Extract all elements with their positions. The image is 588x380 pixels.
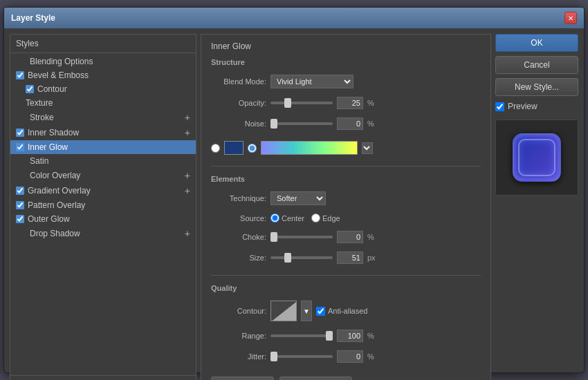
sidebar-item-pattern-overlay[interactable]: Pattern Overlay: [10, 198, 196, 212]
add-icon-color-overlay[interactable]: +: [185, 170, 190, 181]
checkbox-inner-glow[interactable]: [16, 143, 24, 151]
new-style-button[interactable]: New Style...: [495, 78, 578, 96]
checkbox-gradient-overlay[interactable]: [16, 187, 24, 195]
sidebar-item-drop-shadow[interactable]: Drop Shadow+: [10, 226, 196, 241]
solid-color-radio[interactable]: [211, 144, 220, 153]
choke-row: Choke: %: [211, 231, 481, 243]
range-label: Range:: [211, 332, 266, 340]
sidebar-item-contour[interactable]: Contour: [10, 82, 196, 96]
checkbox-contour[interactable]: [26, 85, 34, 93]
jitter-slider-container: [270, 355, 333, 358]
contour-label: Contour:: [211, 307, 266, 315]
action-buttons: Make Default Reset to Default: [211, 371, 481, 380]
middle-panel: Inner Glow Structure Blend Mode: Vivid L…: [201, 34, 491, 380]
opacity-value-input[interactable]: [337, 97, 363, 109]
sidebar-item-blending-options[interactable]: Blending Options: [10, 55, 196, 68]
sidebar-item-gradient-overlay[interactable]: Gradient Overlay+: [10, 183, 196, 198]
label-drop-shadow: Drop Shadow: [30, 229, 80, 238]
size-value-input[interactable]: [337, 251, 363, 264]
blend-mode-label: Blend Mode:: [211, 77, 266, 86]
sidebar-item-satin[interactable]: Satin: [10, 154, 196, 168]
size-slider[interactable]: [270, 256, 333, 259]
opacity-slider-container: [270, 102, 333, 104]
source-edge-label: Edge: [322, 214, 340, 222]
size-slider-container: [270, 256, 333, 259]
jitter-slider[interactable]: [270, 355, 333, 358]
technique-select[interactable]: Softer Precise: [270, 191, 326, 205]
noise-value-input[interactable]: [337, 117, 363, 130]
opacity-label: Opacity:: [211, 99, 266, 107]
range-slider[interactable]: [270, 334, 333, 337]
choke-unit: %: [367, 233, 378, 241]
jitter-value-input[interactable]: [337, 350, 363, 363]
opacity-slider[interactable]: [270, 102, 333, 104]
source-edge-option[interactable]: Edge: [311, 213, 340, 222]
contour-row: Contour: ▼ Anti-aliased: [211, 301, 481, 321]
color-swatch[interactable]: [224, 141, 244, 155]
label-inner-glow: Inner Glow: [28, 142, 68, 152]
sidebar-item-bevel-emboss[interactable]: Bevel & Emboss: [10, 68, 196, 82]
preview-checkbox[interactable]: [495, 102, 504, 111]
ok-button[interactable]: OK: [495, 34, 578, 52]
label-gradient-overlay: Gradient Overlay: [28, 186, 91, 196]
reset-default-button[interactable]: Reset to Default: [279, 377, 352, 380]
add-icon-inner-shadow[interactable]: +: [185, 127, 190, 138]
label-inner-shadow: Inner Shadow: [28, 128, 79, 137]
range-slider-container: [270, 334, 333, 337]
range-row: Range: %: [211, 330, 481, 342]
source-label: Source:: [211, 214, 266, 222]
label-outer-glow: Outer Glow: [28, 214, 70, 224]
checkbox-bevel-emboss[interactable]: [16, 71, 24, 79]
choke-value-input[interactable]: [337, 231, 363, 243]
close-button[interactable]: ✕: [564, 12, 577, 24]
sidebar-item-inner-glow[interactable]: Inner Glow: [10, 140, 196, 154]
contour-preview[interactable]: [270, 301, 297, 321]
gradient-dropdown[interactable]: ▼: [362, 142, 373, 154]
technique-label: Technique:: [211, 194, 266, 202]
add-icon-stroke[interactable]: +: [185, 112, 190, 123]
sidebar-item-stroke[interactable]: Stroke+: [10, 110, 196, 125]
noise-slider[interactable]: [270, 122, 333, 125]
blend-mode-select[interactable]: Vivid Light Normal Screen Overlay: [270, 75, 353, 88]
opacity-row: Opacity: %: [211, 97, 481, 109]
label-texture: Texture: [26, 98, 53, 108]
gradient-radio[interactable]: [248, 144, 257, 153]
panel-section-title: Inner Glow: [211, 41, 481, 51]
sidebar-item-inner-shadow[interactable]: Inner Shadow+: [10, 125, 196, 140]
anti-alias-row: Anti-aliased: [316, 307, 367, 316]
technique-row: Technique: Softer Precise: [211, 191, 481, 205]
sidebar-item-color-overlay[interactable]: Color Overlay+: [10, 168, 196, 183]
right-panel: OK Cancel New Style... Preview: [495, 34, 578, 380]
source-center-option[interactable]: Center: [270, 213, 304, 222]
opacity-unit: %: [367, 99, 378, 107]
blend-mode-row: Blend Mode: Vivid Light Normal Screen Ov…: [211, 75, 481, 88]
anti-alias-checkbox[interactable]: [316, 307, 325, 316]
source-center-radio[interactable]: [270, 213, 279, 222]
label-satin: Satin: [30, 156, 48, 166]
sidebar-item-outer-glow[interactable]: Outer Glow: [10, 212, 196, 226]
add-icon-gradient-overlay[interactable]: +: [185, 185, 190, 196]
label-blending-options: Blending Options: [30, 57, 93, 66]
choke-slider[interactable]: [270, 236, 333, 238]
source-center-label: Center: [282, 214, 304, 222]
label-contour: Contour: [37, 84, 67, 94]
layer-style-dialog: Layer Style ✕ Styles Blending OptionsBev…: [3, 7, 585, 373]
gradient-preview[interactable]: [261, 141, 358, 155]
sidebar-item-texture[interactable]: Texture: [10, 96, 196, 110]
checkbox-outer-glow[interactable]: [16, 215, 24, 223]
add-icon-drop-shadow[interactable]: +: [185, 228, 190, 239]
checkbox-inner-shadow[interactable]: [16, 129, 24, 137]
range-unit: %: [367, 332, 378, 340]
dialog-title: Layer Style: [11, 13, 55, 23]
checkbox-pattern-overlay[interactable]: [16, 201, 24, 209]
source-edge-radio[interactable]: [311, 213, 320, 222]
cancel-button[interactable]: Cancel: [495, 56, 578, 74]
preview-label: Preview: [508, 102, 538, 111]
quality-label: Quality: [211, 284, 481, 292]
contour-dropdown-btn[interactable]: ▼: [301, 301, 312, 321]
label-stroke: Stroke: [30, 113, 54, 122]
range-value-input[interactable]: [337, 330, 363, 342]
make-default-button[interactable]: Make Default: [211, 377, 274, 380]
title-bar: Layer Style ✕: [4, 8, 584, 28]
label-color-overlay: Color Overlay: [30, 171, 80, 180]
